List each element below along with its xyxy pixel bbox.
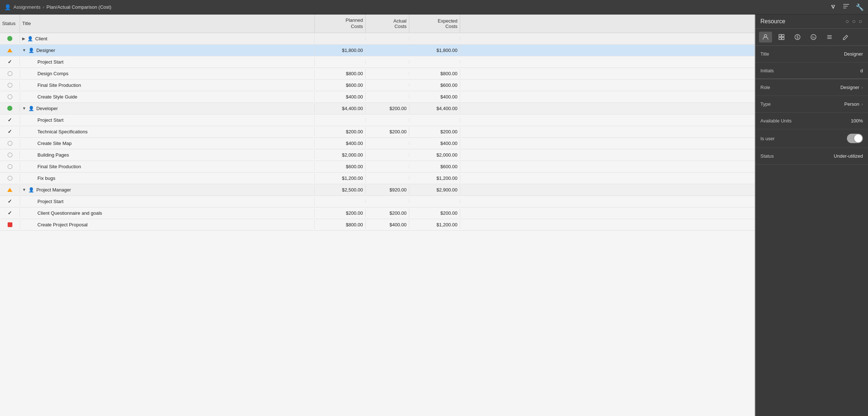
status-triangle-icon bbox=[7, 48, 12, 52]
table-row[interactable]: ▶ 👤 Client bbox=[0, 33, 755, 45]
table-row[interactable]: ✓ Client Questionnaire and goals $200.00… bbox=[0, 207, 755, 219]
svg-rect-6 bbox=[779, 37, 781, 40]
table-row[interactable]: Fix bugs $1,200.00 $1,200.00 bbox=[0, 173, 755, 184]
rp-list-icon[interactable] bbox=[823, 32, 836, 43]
col-planned: PlannedCosts bbox=[315, 15, 366, 33]
cell-actual bbox=[366, 37, 409, 40]
filter-icon[interactable]: ⛛ bbox=[830, 3, 837, 11]
table-row[interactable]: ✓ Technical Specifications $200.00 $200.… bbox=[0, 126, 755, 138]
table-row[interactable]: Design Comps $800.00 $800.00 bbox=[0, 68, 755, 80]
expected-value: $200.00 bbox=[441, 210, 458, 216]
resource-person-icon: 👤 bbox=[28, 106, 34, 111]
rp-field-label: Status bbox=[760, 153, 774, 159]
sort-icon[interactable] bbox=[843, 3, 850, 11]
table-row[interactable]: Create Site Map $400.00 $400.00 bbox=[0, 138, 755, 149]
table-row[interactable]: Create Project Proposal $800.00 $400.00 … bbox=[0, 219, 755, 231]
table-row[interactable]: ✓ Project Start bbox=[0, 196, 755, 207]
cell-planned: $800.00 bbox=[315, 69, 366, 78]
rp-field-row: Type Person › bbox=[755, 96, 868, 113]
cell-status bbox=[0, 151, 20, 159]
collapse-arrow[interactable]: ▼ bbox=[22, 48, 26, 52]
cell-planned: $200.00 bbox=[315, 127, 366, 136]
rp-edit-icon[interactable] bbox=[839, 32, 852, 43]
row-title: Designer bbox=[36, 48, 55, 53]
cell-planned: $2,000.00 bbox=[315, 150, 366, 159]
is-user-toggle[interactable] bbox=[847, 134, 863, 143]
cell-planned bbox=[315, 199, 366, 203]
right-panel-title: Resource bbox=[760, 18, 785, 25]
cell-title: Project Start bbox=[20, 57, 315, 66]
cell-status: ✓ bbox=[0, 197, 20, 206]
cell-expected: $800.00 bbox=[409, 69, 460, 78]
cell-expected: $1,800.00 bbox=[409, 46, 460, 55]
rp-field-label: Available Units bbox=[760, 118, 792, 124]
row-title: Client bbox=[35, 36, 47, 41]
planned-value: $200.00 bbox=[346, 210, 363, 216]
rp-field-value: Under-utilized bbox=[834, 153, 863, 159]
collapse-arrow[interactable]: ▼ bbox=[22, 187, 26, 192]
cell-planned bbox=[315, 118, 366, 122]
planned-value: $400.00 bbox=[346, 141, 363, 146]
expected-value: $2,900.00 bbox=[437, 187, 458, 193]
table-row[interactable]: ▼ 👤 Project Manager $2,500.00 $920.00 $2… bbox=[0, 184, 755, 196]
row-title: Final Site Production bbox=[37, 82, 81, 88]
rp-field-row: Role Designer › bbox=[755, 79, 868, 96]
collapse-arrow[interactable]: ▼ bbox=[22, 106, 26, 110]
row-title: Create Project Proposal bbox=[37, 222, 88, 227]
cell-title: Final Site Production bbox=[20, 162, 315, 171]
table-row[interactable]: Create Style Guide $400.00 $400.00 bbox=[0, 91, 755, 103]
planned-value: $600.00 bbox=[346, 82, 363, 88]
cell-title: ▼ 👤 Project Manager bbox=[20, 185, 315, 194]
cell-actual bbox=[366, 176, 409, 180]
cell-planned: $600.00 bbox=[315, 162, 366, 171]
svg-rect-5 bbox=[782, 35, 784, 37]
table-row[interactable]: ▼ 👤 Developer $4,400.00 $200.00 $4,400.0… bbox=[0, 103, 755, 114]
cell-extra bbox=[460, 176, 755, 180]
collapse-arrow[interactable]: ▶ bbox=[22, 36, 25, 41]
rp-person-icon[interactable] bbox=[759, 32, 772, 43]
status-green-icon bbox=[7, 106, 12, 111]
rp-grid-icon[interactable] bbox=[775, 32, 788, 43]
cell-extra bbox=[460, 95, 755, 98]
cell-title: Create Project Proposal bbox=[20, 220, 315, 229]
cell-actual bbox=[366, 95, 409, 98]
col-actual: ActualCosts bbox=[366, 15, 409, 33]
table-row[interactable]: ✓ Project Start bbox=[0, 114, 755, 126]
table-row[interactable]: Final Site Production $600.00 $600.00 bbox=[0, 161, 755, 173]
status-circle-icon bbox=[8, 141, 12, 146]
cell-planned: $2,500.00 bbox=[315, 185, 366, 194]
col-title: Title bbox=[20, 15, 315, 33]
cell-actual: $200.00 bbox=[366, 209, 409, 218]
rp-field-row: Status Under-utilized bbox=[755, 148, 868, 165]
row-title: Create Site Map bbox=[37, 141, 72, 146]
table-row[interactable]: Building Pages $2,000.00 $2,000.00 bbox=[0, 149, 755, 161]
expected-value: $2,000.00 bbox=[437, 152, 458, 158]
rp-percent-icon[interactable]: % bbox=[807, 32, 820, 43]
table-row[interactable]: ▼ 👤 Designer $1,800.00 $1,800.00 bbox=[0, 45, 755, 56]
col-status: Status bbox=[0, 15, 20, 33]
wrench-icon[interactable]: 🔧 bbox=[856, 3, 864, 11]
cell-expected: $600.00 bbox=[409, 81, 460, 90]
rp-field-row: Initials d bbox=[755, 62, 868, 79]
planned-value: $4,400.00 bbox=[342, 106, 363, 111]
cell-status bbox=[0, 104, 20, 113]
actual-value: $400.00 bbox=[390, 222, 407, 227]
table-row[interactable]: ✓ Project Start bbox=[0, 56, 755, 68]
rp-field-value[interactable]: Designer › bbox=[840, 85, 863, 90]
cell-status bbox=[0, 139, 20, 148]
cell-expected: $400.00 bbox=[409, 92, 460, 101]
cell-actual: $920.00 bbox=[366, 185, 409, 194]
rp-field-label: Is user bbox=[760, 136, 775, 141]
table-row[interactable]: Final Site Production $600.00 $600.00 bbox=[0, 80, 755, 91]
rp-field-value: d bbox=[860, 68, 863, 73]
cell-actual bbox=[366, 199, 409, 203]
svg-rect-4 bbox=[779, 35, 781, 37]
cell-status: ✓ bbox=[0, 127, 20, 136]
cell-title: Technical Specifications bbox=[20, 127, 315, 136]
cell-title: Create Site Map bbox=[20, 139, 315, 148]
rp-field-value[interactable]: Person › bbox=[844, 101, 863, 107]
breadcrumb-assignments[interactable]: Assignments bbox=[13, 4, 40, 10]
rp-dollar-icon[interactable]: $ bbox=[791, 32, 804, 43]
cell-status bbox=[0, 47, 20, 54]
cell-planned: $600.00 bbox=[315, 81, 366, 90]
